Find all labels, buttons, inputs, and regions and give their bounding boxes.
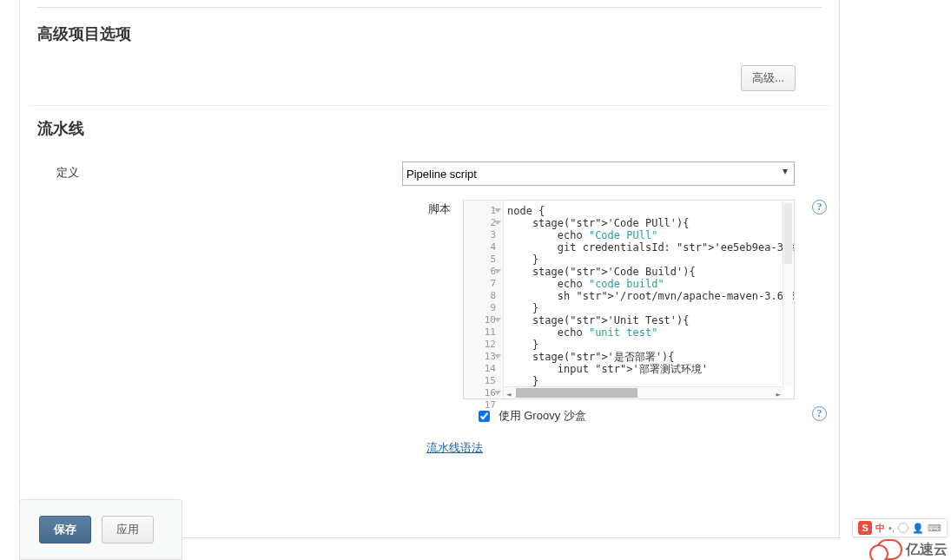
editor-gutter: 1234567891011121314151617 [464, 201, 504, 399]
definition-label: 定义 [37, 161, 402, 181]
save-button[interactable]: 保存 [39, 516, 91, 544]
groovy-sandbox-checkbox[interactable] [479, 411, 490, 422]
editor-code-area[interactable]: node { stage("str">'Code PUll'){ echo "C… [504, 201, 794, 399]
apply-button[interactable]: 应用 [102, 516, 154, 544]
pipeline-syntax-link[interactable]: 流水线语法 [426, 441, 483, 454]
ime-s-icon: S [858, 521, 872, 535]
scroll-left-icon[interactable]: ◄ [506, 390, 511, 399]
groovy-sandbox-text: 使用 Groovy 沙盒 [499, 409, 586, 422]
ime-user-icon: 👤 [912, 523, 924, 534]
script-label: 脚本 [37, 200, 463, 217]
advanced-options-title: 高级项目选项 [37, 23, 822, 44]
help-icon[interactable]: ? [812, 200, 827, 214]
ime-keyboard-icon: ⌨ [928, 523, 941, 534]
pipeline-title: 流水线 [37, 118, 822, 139]
divider [37, 7, 822, 8]
groovy-sandbox-label[interactable]: 使用 Groovy 沙盒 [475, 409, 586, 422]
advanced-button[interactable]: 高级... [741, 65, 796, 91]
cloud-icon [876, 539, 902, 560]
advanced-options-row: 高级... [29, 49, 830, 106]
script-editor[interactable]: 1234567891011121314151617 node { stage("… [463, 200, 795, 399]
sticky-footer: 保存 应用 [19, 499, 182, 560]
config-panel: 高级项目选项 高级... 流水线 定义 Pipeline script 脚本 [19, 0, 840, 538]
corner-logos: S 中 •, 👤 ⌨ 亿速云 [852, 518, 951, 560]
editor-scroll-horizontal[interactable]: ◄ ► [504, 386, 783, 399]
help-icon[interactable]: ? [812, 406, 827, 421]
ime-bar[interactable]: S 中 •, 👤 ⌨ [852, 518, 948, 537]
ime-mic-icon [898, 523, 908, 533]
brand-text: 亿速云 [906, 541, 948, 559]
scroll-right-icon[interactable]: ► [776, 390, 781, 399]
ime-punct-icon: •, [888, 523, 895, 533]
ime-zh-icon: 中 [875, 522, 885, 535]
editor-scroll-vertical[interactable] [783, 201, 793, 385]
brand-logo: 亿速云 [852, 539, 948, 560]
definition-select[interactable]: Pipeline script [402, 161, 795, 186]
